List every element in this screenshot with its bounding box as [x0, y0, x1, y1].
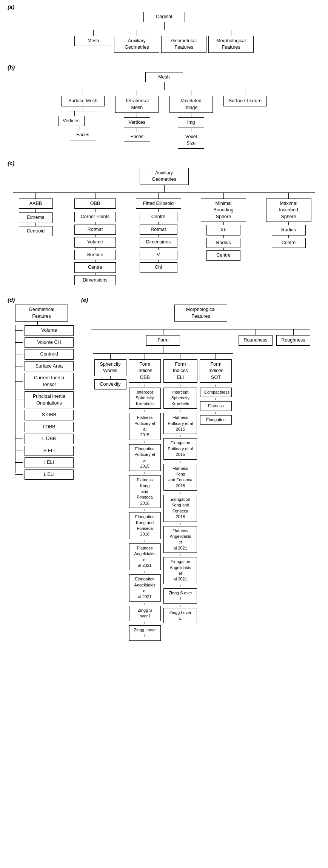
b-surf-tex: Surface Texture — [220, 90, 269, 106]
c-ellipsoid: Fitted Ellipsoid Centre Rotmat Dimension… — [132, 193, 185, 273]
diagram-c-label: (c) — [8, 160, 320, 166]
c-obb: OBB Corner Points Rotmat Volume Surface … — [71, 193, 120, 286]
diagram-d-child-4: Current InertiaTensor — [25, 373, 74, 390]
diagram-c-root: AuxiliaryGeometries — [140, 168, 189, 185]
c-aabb: AABB Extrema Centroid — [13, 193, 59, 237]
diagram-d-child-0: Volume — [25, 325, 74, 336]
e-sph-wadell: SphericityWadell Convexity — [93, 354, 127, 390]
diagram-a-child-mesh: Mesh — [74, 30, 114, 53]
form-obb-child-1: FlatnessPotticary et al2015 — [129, 413, 161, 440]
form-eli-child-3: Flatness Kongand Fonseca2018 — [163, 464, 197, 491]
diagram-e-label: (e) — [81, 297, 320, 303]
diagram-d: (d) GeometricalFeatures VolumeVolume CHC… — [8, 297, 77, 480]
b-vox-img: VoxelatedImage Img Voxel Size — [166, 90, 216, 149]
diagram-d-child-10: I ELI — [25, 457, 74, 468]
form-obb-child-6: ElongationAngelidakis etal 2021 — [129, 574, 161, 602]
form-sot-child-2: Elongation — [200, 415, 232, 425]
diagram-d-child-3: Surface Area — [25, 361, 74, 372]
e-form-eli: Form IndicesELI InterceptSphericityKrumb… — [162, 354, 198, 623]
diagram-d-child-8: L OBB — [25, 434, 74, 444]
diagram-a-root: Original — [143, 12, 185, 22]
form-eli-child-1: FlatnessPotticary et al2015 — [163, 413, 197, 434]
diagram-a-child-morph: MorphologicalFeatures — [208, 30, 255, 53]
e-roughness: Roughness — [276, 329, 310, 346]
e-roundness: Roundness — [239, 329, 273, 346]
diagram-a-label: (a) — [8, 4, 320, 10]
form-obb-child-4: ElongationKong andFonseca 2018 — [129, 512, 161, 539]
diagram-a: (a) Original Mesh AuxiliaryGeometries Ge… — [8, 4, 320, 53]
form-eli-child-4: ElongationKong andFonseca 2018 — [163, 495, 197, 522]
form-obb-child-3: Flatness Kongand Fonseca2018 — [129, 475, 161, 508]
diagram-d-label: (d) — [8, 297, 77, 303]
diagram-d-child-7: I OBB — [25, 422, 74, 432]
diagram-d-child-2: Centroid — [25, 349, 74, 360]
form-sot-child-0: Compactness — [200, 388, 232, 397]
e-root: MorphologicalFeatures — [174, 305, 227, 322]
diagram-d-child-9: S ELI — [25, 446, 74, 456]
diagram-d-child-11: L ELI — [25, 469, 74, 480]
b-tet-mesh: TetrahedralMesh Vertices Faces — [112, 90, 162, 142]
diagram-d-child-1: Volume CH — [25, 337, 74, 348]
form-eli-child-6: ElongationAngelidakis etal 2021 — [163, 557, 197, 584]
form-eli-child-8: Zingg I over L — [163, 608, 197, 623]
form-eli-child-5: FlatnessAngelidakis etal 2021 — [163, 526, 197, 553]
diagram-e: (e) MorphologicalFeatures Form — [81, 297, 320, 641]
form-obb-child-8: Zingg I over L — [129, 625, 161, 641]
e-form: Form SphericityWadell Convexity — [91, 329, 235, 641]
diagram-c: (c) AuxiliaryGeometries AABB Extrema Cen… — [8, 160, 320, 286]
form-obb-child-2: ElongationPotticary et al2015 — [129, 444, 161, 471]
form-sot-child-1: Flatness — [200, 401, 232, 411]
c-max-sphere: MaximalInscribedSphere Radius Centre — [262, 193, 315, 248]
diagram-b: (b) Mesh Surface Mesh Vertices — [8, 64, 320, 149]
b-surface-mesh: Surface Mesh Vertices Faces — [59, 90, 108, 140]
diagram-d-child-6: S OBB — [25, 410, 74, 420]
form-eli-child-2: ElongationPotticary et al2015 — [163, 438, 197, 459]
diagram-a-child-aux: AuxiliaryGeometries — [113, 30, 160, 53]
form-eli-child-0: InterceptSphericityKrumbein — [163, 388, 197, 409]
form-obb-child-5: FlatnessAngelidakis etal 2021 — [129, 543, 161, 571]
diagram-d-child-5: Principal InertiaOrientations — [25, 391, 74, 408]
form-obb-child-0: InterceptSphericityKrumbein — [129, 388, 161, 409]
diagram-b-label: (b) — [8, 64, 320, 71]
e-form-sot: Form IndicesSOT CompactnessFlatnessElong… — [199, 354, 233, 425]
diagram-de: (d) GeometricalFeatures VolumeVolume CHC… — [8, 297, 320, 641]
form-eli-child-7: Zingg S over I — [163, 588, 197, 604]
e-form-obb: Form IndicesOBB InterceptSphericityKrumb… — [128, 354, 162, 641]
form-obb-child-7: Zingg S over I — [129, 606, 161, 621]
c-min-sphere: MinimalBoundingSphere Xb Radius Centre — [197, 193, 250, 261]
diagram-b-root: Mesh — [145, 72, 183, 83]
diagram-a-child-geo: GeometricalFeatures — [160, 30, 208, 53]
